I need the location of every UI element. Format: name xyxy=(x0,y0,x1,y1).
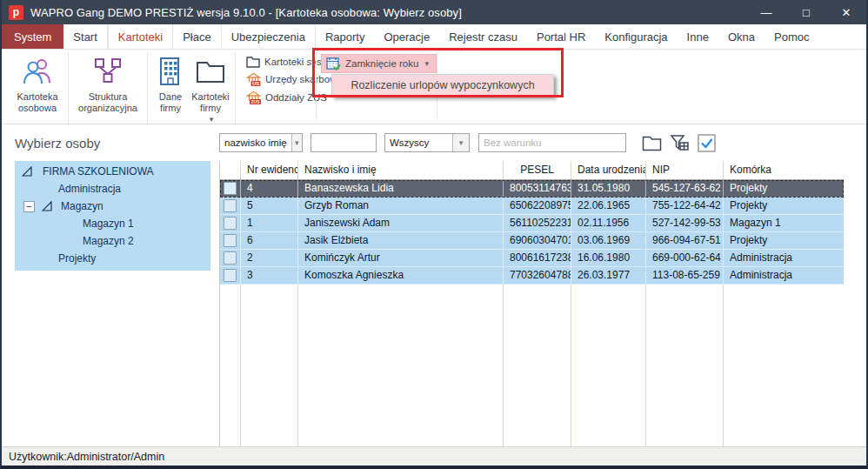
zamkniecie-roku-button[interactable]: Zamknięcie roku ▾ xyxy=(321,54,437,73)
page-title: Wybierz osoby xyxy=(15,136,219,151)
column-header-nr[interactable]: Nr ewidenc. xyxy=(241,161,298,179)
kartoteka-osobowa-label: Kartoteka osobowa xyxy=(12,91,63,114)
column-header-nip[interactable]: NIP xyxy=(646,161,724,179)
close-button[interactable]: ✕ xyxy=(826,0,866,24)
cell-unit: Magazyn 1 xyxy=(724,215,844,231)
cell-birth: 22.06.1965 xyxy=(571,198,646,214)
maximize-icon: □ xyxy=(803,6,810,19)
rozliczenie-urlopow-menu-item[interactable]: Rozliczenie urlopów wypoczynkowych xyxy=(331,74,554,97)
column-header-name[interactable]: Nazwisko i imię xyxy=(298,161,504,179)
tree-node-label: Projekty xyxy=(58,252,96,265)
row-checkbox[interactable] xyxy=(224,251,237,265)
minimize-button[interactable]: — xyxy=(746,0,786,24)
cell-birth: 26.03.1977 xyxy=(571,267,646,284)
org-tree-panel: FIRMA SZKOLENIOWA Administracja − Magazy… xyxy=(2,161,219,446)
tab-place[interactable]: Płace xyxy=(173,24,222,49)
tree-node-projekty[interactable]: Projekty xyxy=(15,250,210,267)
tree-node-magazyn-2[interactable]: Magazyn 2 xyxy=(15,232,210,250)
table-row[interactable]: 3 Komoszka Agnieszka 77032604788 26.03.1… xyxy=(220,267,844,285)
open-folder-button[interactable] xyxy=(642,135,662,151)
tree-expander-icon[interactable] xyxy=(42,201,52,211)
kartoteki-firmy-button[interactable]: Kartoteki firmy ▾ xyxy=(190,52,231,125)
calendar-check-icon xyxy=(326,57,341,70)
tab-kartoteki[interactable]: Kartoteki xyxy=(108,24,173,49)
cell-nip: 113-08-65-259 xyxy=(646,267,724,284)
tab-portal-hr[interactable]: Portal HR xyxy=(527,24,595,49)
collapse-icon[interactable]: − xyxy=(23,201,35,212)
column-header-birth[interactable]: Data urodzenia xyxy=(571,161,646,179)
dane-firmy-button[interactable]: Dane firmy xyxy=(151,52,190,114)
cell-name: Grzyb Roman xyxy=(298,198,504,214)
tab-ubezpieczenia[interactable]: Ubezpieczenia xyxy=(222,24,316,49)
ribbon-separator xyxy=(316,52,317,120)
row-checkbox[interactable] xyxy=(224,199,237,212)
cell-nip: 755-122-64-42 xyxy=(646,198,724,214)
row-checkbox[interactable] xyxy=(224,182,237,195)
us-badge: US xyxy=(252,81,259,86)
cell-unit: Projekty xyxy=(724,180,844,197)
tab-rejestr-czasu[interactable]: Rejestr czasu xyxy=(439,24,527,49)
zus-badge: ZUS xyxy=(251,99,261,104)
cell-name: Janiszewski Adam xyxy=(298,215,504,231)
table-row[interactable]: 4 Banaszewska Lidia 80053114763 31.05.19… xyxy=(220,180,844,198)
tab-konfiguracja[interactable]: Konfiguracja xyxy=(595,24,677,49)
window-title: WAPRO Gang DEMO PRESTIŻ wersja 9.10.0 - … xyxy=(30,6,462,19)
tab-operacje[interactable]: Operacje xyxy=(374,24,439,49)
zamkniecie-roku-label: Zamknięcie roku xyxy=(345,58,418,69)
condition-input[interactable] xyxy=(478,133,626,152)
tree-node-magazyn-1[interactable]: Magazyn 1 xyxy=(15,215,210,232)
tree-expander-icon[interactable] xyxy=(22,166,32,177)
dane-firmy-label: Dane firmy xyxy=(153,91,188,114)
row-checkbox[interactable] xyxy=(224,234,237,247)
cell-name: Banaszewska Lidia xyxy=(298,180,504,197)
cell-unit: Projekty xyxy=(724,198,844,214)
cell-birth: 16.06.1980 xyxy=(571,250,646,266)
cell-id: 3 xyxy=(241,267,298,284)
tab-start[interactable]: Start xyxy=(63,24,107,49)
table-row[interactable]: 6 Jasik Elżbieta 69060304701 03.06.1969 … xyxy=(220,232,844,250)
cell-unit: Administracja xyxy=(724,267,844,284)
cell-id: 6 xyxy=(241,232,298,249)
ribbon-toolbar: Kartoteka osobowa Struktura organizacyjn… xyxy=(2,50,866,124)
table-row[interactable]: 5 Grzyb Roman 65062208975 22.06.1965 755… xyxy=(220,198,844,215)
kartoteka-osobowa-button[interactable]: Kartoteka osobowa xyxy=(10,52,64,114)
table-row[interactable]: 2 Komińczyk Artur 80061617238 16.06.1980… xyxy=(220,250,844,267)
cell-pesel: 77032604788 xyxy=(504,267,571,284)
company-building-icon xyxy=(157,54,184,89)
column-header-unit[interactable]: Komórka xyxy=(724,161,844,179)
status-user-text: Użytkownik:Administrator/Admin xyxy=(9,451,164,463)
tab-system[interactable]: System xyxy=(2,24,63,49)
tree-node-label: Magazyn xyxy=(61,200,103,212)
tree-node-firma[interactable]: FIRMA SZKOLENIOWA xyxy=(15,163,210,180)
chevron-down-icon: ▾ xyxy=(459,138,464,147)
app-logo-icon: p xyxy=(9,5,23,20)
tab-pomoc[interactable]: Pomoc xyxy=(765,24,818,49)
column-header-pesel[interactable]: PESEL xyxy=(504,161,571,179)
scope-select[interactable]: Wszyscy ▾ xyxy=(384,133,470,152)
app-window: p WAPRO Gang DEMO PRESTIŻ wersja 9.10.0 … xyxy=(0,0,868,469)
content-area: FIRMA SZKOLENIOWA Administracja − Magazy… xyxy=(2,161,866,446)
sort-field-select[interactable]: nazwisko imię ▾ xyxy=(219,133,303,152)
search-input[interactable] xyxy=(310,133,377,152)
tab-raporty[interactable]: Raporty xyxy=(316,24,375,49)
tab-okna[interactable]: Okna xyxy=(718,24,765,49)
tree-node-magazyn[interactable]: − Magazyn xyxy=(15,198,210,215)
maximize-button[interactable]: □ xyxy=(786,0,826,24)
row-checkbox[interactable] xyxy=(224,217,237,230)
tree-node-label: FIRMA SZKOLENIOWA xyxy=(43,165,154,178)
confirm-selection-button[interactable] xyxy=(698,134,716,152)
folder-icon xyxy=(642,135,662,151)
filter-button[interactable] xyxy=(670,134,690,151)
tree-node-administracja[interactable]: Administracja xyxy=(15,180,210,198)
row-checkbox[interactable] xyxy=(224,269,237,282)
org-tree: FIRMA SZKOLENIOWA Administracja − Magazy… xyxy=(15,161,210,271)
cell-nip: 545-127-63-62 xyxy=(646,180,724,197)
cell-id: 1 xyxy=(241,215,298,231)
filter-bar: Wybierz osoby nazwisko imię ▾ Wszyscy ▾ xyxy=(2,124,866,161)
header-checkbox-column xyxy=(220,161,241,179)
tab-inne[interactable]: Inne xyxy=(678,24,718,49)
table-row[interactable]: 1 Janiszewski Adam 56110252231 02.11.195… xyxy=(220,215,844,232)
struktura-organizacyjna-button[interactable]: Struktura organizacyjna xyxy=(72,52,144,114)
scope-value: Wszyscy xyxy=(385,134,452,151)
cell-birth: 02.11.1956 xyxy=(571,215,646,231)
